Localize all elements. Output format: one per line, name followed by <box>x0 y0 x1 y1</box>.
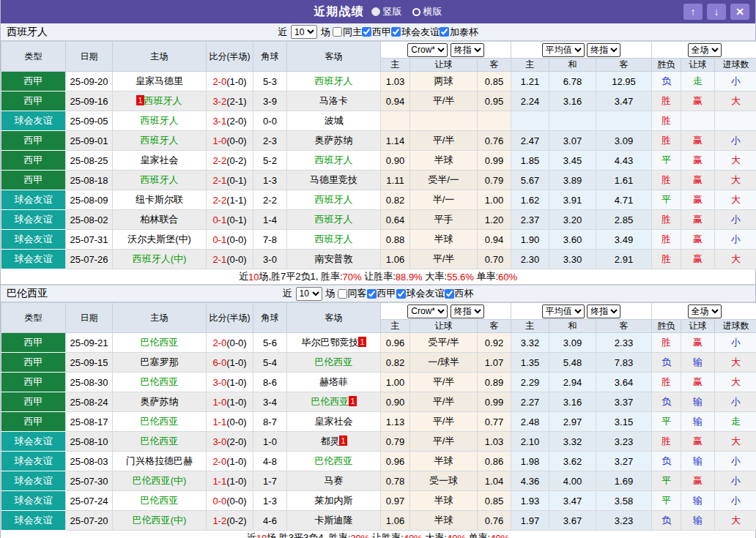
odds-source-select[interactable]: Crow* <box>407 43 448 57</box>
checkbox-input[interactable] <box>391 27 401 37</box>
avg-draw: 3.45 <box>549 151 596 171</box>
scope-select[interactable]: 全场 <box>688 43 722 57</box>
filter-checkbox-同客[interactable]: 同客 <box>338 287 367 300</box>
checkbox-input[interactable] <box>333 27 342 37</box>
filter-checkbox-球会友谊[interactable]: 球会友谊 <box>391 26 440 39</box>
competition-badge: 西甲 <box>1 333 65 352</box>
table-row: 球会友谊25-09-05西班牙人3-1(2-0)0-0波城胜 <box>1 111 756 131</box>
competition-badge: 西甲 <box>1 72 65 91</box>
match-date: 25-09-21 <box>66 333 113 353</box>
avg-stage-select[interactable]: 终指 <box>587 43 620 57</box>
close-button[interactable]: ✕ <box>730 4 749 20</box>
competition-badge: 球会友谊 <box>1 511 65 530</box>
checkbox-input[interactable] <box>440 27 449 37</box>
filter-checkbox-球会友谊[interactable]: 球会友谊 <box>396 287 445 300</box>
match-type-cell: 西甲 <box>1 392 66 412</box>
goals-result: 小 <box>715 131 756 151</box>
subject-team-cell: 巴伦西亚 <box>287 452 381 471</box>
avg-home: 1.93 <box>511 491 549 511</box>
odds-away: 1.20 <box>478 210 511 230</box>
avg-stage-select[interactable]: 终指 <box>587 305 620 318</box>
subheader-avg-away: 客 <box>596 59 652 72</box>
column-header-score: 比分(半场) <box>207 42 253 72</box>
odds-home: 0.82 <box>381 190 410 210</box>
avg-away <box>596 111 652 131</box>
match-date: 25-09-01 <box>66 131 113 151</box>
checkbox-input[interactable] <box>367 289 377 299</box>
odds-handicap: 半球 <box>410 511 478 531</box>
avg-home: 1.98 <box>511 452 549 471</box>
handicap-result: 走 <box>681 72 715 91</box>
subheader-handicap-result: 让球 <box>681 59 715 72</box>
close-icon: ✕ <box>735 6 744 18</box>
checkbox-input[interactable] <box>396 289 406 299</box>
filter-checkbox-西甲[interactable]: 西甲 <box>362 26 391 39</box>
radio-horizontal-layout[interactable]: 横版 <box>412 5 442 18</box>
odds-handicap: 平/半 <box>410 412 478 432</box>
odds-stage-select[interactable]: 终指 <box>451 305 484 318</box>
score-cell: 2-0(1-0) <box>207 72 253 91</box>
filter-checkbox-同主[interactable]: 同主 <box>333 26 362 39</box>
score-cell: 0-1(0-0) <box>207 230 253 250</box>
subject-team-cell: 巴伦西亚(中) <box>113 511 207 531</box>
avg-home: 1.85 <box>511 151 549 171</box>
team-section-header: 西班牙人 近 10 场 同主西甲球会友谊加泰杯 <box>1 23 755 41</box>
goals-result: 走 <box>715 412 756 432</box>
scope-select[interactable]: 全场 <box>688 305 722 318</box>
move-down-button[interactable]: ↓ <box>707 4 726 20</box>
outcome-result: 负 <box>652 452 681 471</box>
checkbox-input[interactable] <box>445 289 454 299</box>
odds-handicap: 半球 <box>410 151 478 171</box>
match-type-cell: 球会友谊 <box>1 511 66 531</box>
match-type-cell: 西甲 <box>1 72 66 91</box>
handicap-result: 输 <box>681 412 715 432</box>
table-row: 球会友谊25-08-02柏林联合0-1(0-1)1-4西班牙人0.64平手1.2… <box>1 210 756 230</box>
move-up-button[interactable]: ↑ <box>683 4 703 20</box>
checkbox-input[interactable] <box>338 289 347 299</box>
match-type-cell: 西甲 <box>1 412 66 432</box>
subject-team-cell: 西班牙人(中) <box>113 250 207 269</box>
column-header-type: 类型 <box>1 42 66 72</box>
outcome-result: 负 <box>652 392 681 412</box>
filter-checkbox-西杯[interactable]: 西杯 <box>445 287 474 300</box>
avg-draw: 2.94 <box>549 373 596 392</box>
subheader-outcome: 胜负 <box>652 320 681 333</box>
odds-handicap <box>410 111 478 131</box>
avg-draw: 3.09 <box>549 333 596 353</box>
competition-badge: 西甲 <box>1 171 65 190</box>
odds-home: 1.14 <box>381 131 410 151</box>
filter-bar: 近 10 场 同主西甲球会友谊加泰杯 <box>278 25 478 39</box>
score-cell: 1-1(1-0) <box>207 471 253 491</box>
goals-result: 小 <box>715 471 756 491</box>
corner-cell: 1-7 <box>253 471 287 491</box>
corner-cell: 5-6 <box>253 333 287 353</box>
avg-away: 2.33 <box>596 333 652 353</box>
subject-team-cell: 西班牙人 <box>287 151 381 171</box>
avg-home: 1.90 <box>511 230 549 250</box>
odds-source-select[interactable]: Crow* <box>407 305 448 318</box>
radio-vertical-layout[interactable]: 竖版 <box>371 5 402 18</box>
checkbox-input[interactable] <box>362 27 371 37</box>
radio-vertical-label: 竖版 <box>383 5 402 18</box>
goals-result: 大 <box>715 190 756 210</box>
avg-draw: 6.78 <box>549 72 596 91</box>
odds-stage-select[interactable]: 终指 <box>451 43 484 57</box>
filter-checkbox-西甲[interactable]: 西甲 <box>367 287 396 300</box>
filter-checkbox-加泰杯[interactable]: 加泰杯 <box>440 26 478 39</box>
odds-handicap: 半/一 <box>410 190 478 210</box>
subject-team-cell: 西班牙人 <box>287 190 381 210</box>
subject-team-cell: 1西班牙人 <box>113 91 207 111</box>
corner-cell: 2-2 <box>253 190 287 210</box>
recent-count-select[interactable]: 10 <box>296 287 322 301</box>
avg-source-select[interactable]: 平均值 <box>542 43 585 57</box>
competition-badge: 西甲 <box>1 392 65 411</box>
corner-cell: 8-6 <box>253 373 287 392</box>
red-card-badge: 1 <box>358 337 366 347</box>
goals-result: 大 <box>715 353 756 373</box>
recent-count-select[interactable]: 10 <box>291 25 317 39</box>
subject-team-cell: 巴伦西亚 <box>113 432 207 452</box>
handicap-result: 赢 <box>681 210 715 230</box>
subheader-avg-draw: 和 <box>549 320 596 333</box>
avg-source-select[interactable]: 平均值 <box>542 305 585 318</box>
outcome-result: 平 <box>652 471 681 491</box>
